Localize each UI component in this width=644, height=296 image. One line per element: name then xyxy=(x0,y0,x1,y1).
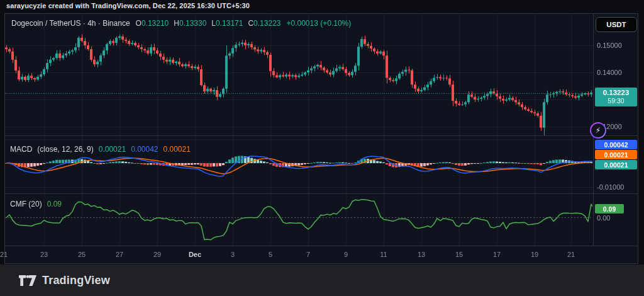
last-price-badge: 0.13223 59:30 xyxy=(595,88,637,106)
tradingview-mark-icon xyxy=(19,275,36,286)
time-axis-label: 21 xyxy=(0,251,8,258)
macd-signal-value: 0.00021 xyxy=(164,145,191,154)
time-axis-label: 17 xyxy=(493,251,501,258)
price-scale-label: 0.14000 xyxy=(597,69,622,76)
time-axis-label: 27 xyxy=(116,251,123,258)
symbol-title[interactable]: Dogecoin / TetherUS · 4h · Binance xyxy=(11,19,130,28)
symbol-legend[interactable]: Dogecoin / TetherUS · 4h · Binance O0.13… xyxy=(11,19,351,28)
ohlc-item: H0.13330 xyxy=(174,19,206,28)
time-axis-label: 11 xyxy=(380,251,387,258)
time-axis-label: 5 xyxy=(269,251,272,258)
cmf-title: CMF (20) xyxy=(10,200,42,208)
time-axis-label: 21 xyxy=(567,251,575,258)
hist-value-badge: 0.00021 xyxy=(595,160,637,169)
time-axis-label: 13 xyxy=(418,251,425,258)
time-axis-label: 23 xyxy=(40,251,48,258)
change-value: +0.00013 (+0.10%) xyxy=(287,19,352,28)
time-axis-label: Dec xyxy=(189,251,201,258)
tradingview-wordmark: TradingView xyxy=(42,274,110,287)
ohlc-item: C0.13223 xyxy=(248,19,280,28)
last-price-value: 0.13223 xyxy=(603,89,630,97)
ohlc-item: O0.13210 xyxy=(136,19,169,28)
ohlc-group: O0.13210H0.13330L0.13171C0.13223 xyxy=(136,19,281,28)
price-scale-label: 0.15000 xyxy=(597,42,622,49)
macd-params: (close, 12, 26, 9) xyxy=(37,145,93,154)
cmf-zero-label: 0.00 xyxy=(597,214,610,222)
bar-countdown: 59:30 xyxy=(608,97,624,105)
time-axis-label: 25 xyxy=(78,251,86,258)
tradingview-logo[interactable]: TradingView xyxy=(19,274,110,287)
time-axis-label: 9 xyxy=(344,251,348,258)
chart-widget xyxy=(4,13,638,264)
time-axis-label: 7 xyxy=(306,251,310,258)
cmf-value: 0.09 xyxy=(47,200,62,208)
ohlc-item: L0.13171 xyxy=(211,19,243,28)
price-scale-label: -0.01000 xyxy=(597,183,624,191)
footer-bar: TradingView xyxy=(0,265,644,296)
macd-line-value: 0.00042 xyxy=(131,145,158,154)
time-axis-label: 3 xyxy=(231,251,235,258)
flash-icon: ⚡ xyxy=(596,127,601,134)
cmf-value-badge: 0.09 xyxy=(595,204,624,213)
flash-button[interactable]: ⚡ xyxy=(590,122,606,139)
macd-value-badge: 0.00042 xyxy=(595,140,637,149)
time-axis-label: 15 xyxy=(455,251,463,258)
currency-toggle-button[interactable]: USDT xyxy=(596,17,637,32)
macd-legend[interactable]: MACD (close, 12, 26, 9) 0.00021 0.00042 … xyxy=(10,145,191,154)
attribution-text: sarayucyzie created with TradingView.com… xyxy=(6,2,250,9)
time-axis-label: 19 xyxy=(531,251,538,258)
signal-value-badge: 0.00021 xyxy=(595,150,637,159)
cmf-legend[interactable]: CMF (20) 0.09 xyxy=(10,200,62,208)
macd-hist-value: 0.00021 xyxy=(99,145,126,154)
time-axis-label: 29 xyxy=(153,251,161,258)
chart-canvas[interactable] xyxy=(5,14,638,263)
macd-title: MACD xyxy=(10,145,32,154)
page: sarayucyzie created with TradingView.com… xyxy=(0,0,644,296)
